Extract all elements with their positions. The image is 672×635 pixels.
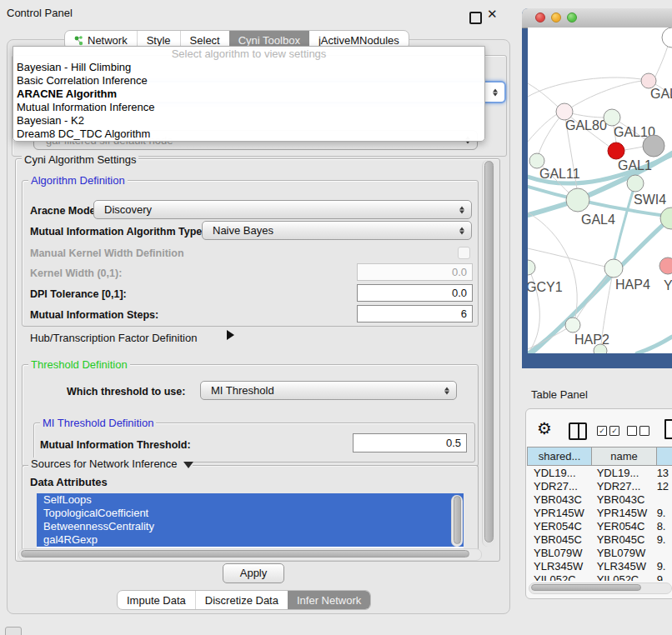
table-row[interactable]: YBL079WYBL079W	[527, 547, 672, 560]
algorithm-option[interactable]: Bayesian - K2	[13, 114, 484, 128]
threshold-definition-title: Threshold Definition	[28, 358, 130, 371]
table-row[interactable]: YPR145WYPR145W9.	[527, 507, 672, 520]
node-corner[interactable]	[662, 28, 672, 48]
attributes-list-scrollbar[interactable]	[451, 495, 463, 547]
table-cell	[654, 547, 672, 560]
collapse-arrow-icon[interactable]	[183, 462, 193, 468]
algorithm-option[interactable]: Dream8 DC_TDC Algorithm	[13, 128, 484, 141]
split-divider	[578, 424, 579, 438]
aracne-mode-combobox[interactable]: Discovery	[93, 200, 472, 219]
attribute-item[interactable]: SelfLoops	[37, 493, 464, 507]
sources-group-title[interactable]: Sources for Network Inference	[28, 458, 193, 470]
table-cell: YER054C	[527, 520, 594, 533]
dpi-tolerance-field[interactable]: 0.0	[357, 284, 473, 302]
column-header-A[interactable]: A	[657, 447, 672, 466]
node-gal80[interactable]	[556, 103, 573, 120]
mi-type-combobox[interactable]: Naive Bayes	[202, 221, 472, 240]
table-row[interactable]: YBR045CYBR045C9.	[527, 533, 672, 547]
table-cell: YPR145W	[594, 507, 654, 520]
minimize-traffic-light-icon[interactable]	[551, 12, 561, 22]
deselect-all-icon[interactable]	[627, 426, 649, 436]
zoom-traffic-light-icon[interactable]	[567, 12, 577, 22]
apply-button[interactable]: Apply	[223, 563, 284, 583]
which-threshold-label: Which threshold to use:	[67, 386, 185, 398]
algorithm-option[interactable]: ARACNE Algorithm	[13, 88, 484, 101]
which-threshold-value: MI Threshold	[201, 382, 456, 399]
network-edge[interactable]	[528, 248, 605, 267]
settings-vertical-scrollbar[interactable]	[482, 160, 495, 547]
table-cell: YER054C	[594, 520, 654, 533]
column-header-name[interactable]: name	[592, 447, 657, 466]
manual-kernel-checkbox[interactable]	[458, 247, 470, 259]
attribute-item[interactable]: gal4RGexp	[37, 533, 464, 547]
tab-discretize-data[interactable]: Discretize Data	[195, 591, 288, 609]
expand-arrow-icon[interactable]	[227, 330, 234, 340]
node-salmon[interactable]	[659, 258, 672, 274]
network-edge[interactable]	[528, 114, 557, 142]
kernel-width-field[interactable]: 0.0	[357, 263, 473, 281]
table-row[interactable]: YIL052CYIL052C9	[527, 573, 672, 581]
chevron-updown-icon	[444, 387, 449, 394]
settings-horizontal-scrollbar[interactable]	[18, 548, 482, 561]
table-cell: YIL052C	[594, 573, 654, 581]
network-edge[interactable]	[614, 183, 635, 259]
algorithm-option[interactable]: Mutual Information Inference	[13, 101, 484, 114]
network-edge[interactable]	[637, 337, 672, 353]
attribute-item[interactable]: BetweennessCentrality	[37, 520, 464, 533]
network-edge[interactable]	[528, 78, 641, 97]
node-gal1[interactable]	[608, 142, 624, 159]
float-window-icon[interactable]	[469, 12, 482, 24]
network-canvas[interactable]: GALGAL80GAL10GAL1GAL11GAL4SWI4HAP4YGCY1H…	[528, 28, 672, 353]
node-gray[interactable]	[643, 135, 664, 157]
close-traffic-light-icon[interactable]	[535, 12, 545, 22]
table-cell	[654, 493, 672, 507]
table-row[interactable]: YBR043CYBR043C	[527, 493, 672, 507]
table-cell: 9.	[654, 507, 672, 520]
table-row[interactable]: YER054CYER054C8.	[527, 520, 672, 533]
network-edge[interactable]	[528, 83, 558, 107]
node-swi4[interactable]	[627, 175, 644, 192]
node-gcy1[interactable]	[528, 260, 535, 275]
minimized-panel-icon[interactable]	[5, 627, 22, 635]
mi-steps-field[interactable]: 6	[357, 305, 473, 322]
table-cell: 13	[654, 467, 672, 480]
algorithm-dropdown-popup: Select algorithm to view settings Bayesi…	[13, 46, 485, 142]
mi-threshold-label: Mutual Information Threshold:	[40, 439, 191, 451]
node-hap4-label: HAP4	[615, 278, 650, 292]
hub-definition-label[interactable]: Hub/Transcription Factor Definition	[30, 332, 197, 344]
tab-infer-network[interactable]: Infer Network	[288, 591, 370, 609]
table-row[interactable]: YLR345WYLR345W9.	[527, 560, 672, 573]
node-gcy1-label: GCY1	[528, 280, 563, 294]
network-edge[interactable]	[564, 81, 642, 112]
table-rows: YDL19...YDL19...13YDR27...YDR27...12YBR0…	[527, 467, 672, 581]
chevron-updown-icon	[459, 206, 464, 213]
table-row[interactable]: YDL19...YDL19...13	[527, 467, 672, 480]
node-gal4[interactable]	[566, 188, 589, 212]
node-hap4[interactable]	[604, 259, 623, 278]
select-all-icon[interactable]: ✓ ✓	[597, 426, 619, 436]
mi-threshold-group-title: MI Threshold Definition	[40, 417, 156, 429]
attribute-item[interactable]: TopologicalCoefficient	[37, 507, 464, 520]
column-header-shared...[interactable]: shared...	[527, 447, 592, 466]
table-cell: 9	[654, 573, 672, 581]
network-window-titlebar[interactable]	[522, 8, 672, 28]
which-threshold-combobox[interactable]: MI Threshold	[200, 381, 457, 400]
node-hap2[interactable]	[565, 318, 580, 332]
tab-impute-data[interactable]: Impute Data	[118, 591, 195, 609]
table-horizontal-scrollbar[interactable]	[529, 582, 672, 594]
data-attributes-list[interactable]: SelfLoopsTopologicalCoefficientBetweenne…	[37, 493, 464, 548]
algorithm-option[interactable]: Bayesian - Hill Climbing	[13, 61, 484, 74]
table-row[interactable]: YDR27...YDR27...12	[527, 480, 672, 493]
table-cell: YDL19...	[594, 467, 654, 480]
node-bottom-green[interactable]	[594, 344, 607, 353]
split-columns-icon[interactable]	[569, 422, 587, 440]
network-edge[interactable]	[624, 147, 644, 150]
close-window-icon[interactable]: ✕	[487, 7, 498, 22]
table-header-row[interactable]: shared...nameA	[527, 447, 672, 466]
table-cell: 9.	[654, 560, 672, 573]
mi-threshold-field[interactable]: 0.5	[353, 433, 467, 452]
gear-icon[interactable]: ⚙	[537, 418, 552, 438]
node-gal10[interactable]	[604, 109, 620, 126]
export-table-icon[interactable]	[664, 419, 672, 439]
algorithm-option[interactable]: Basic Correlation Inference	[13, 74, 484, 88]
